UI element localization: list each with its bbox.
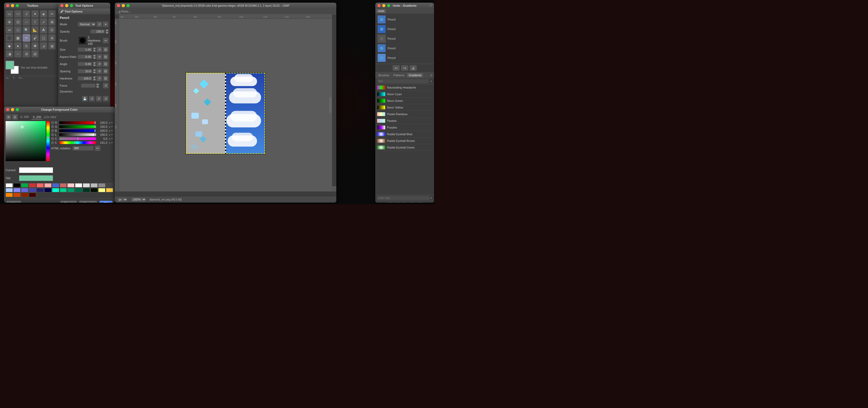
brush-preview[interactable] (78, 36, 87, 45)
gradient-item-5[interactable]: Pastels (375, 117, 434, 124)
size-up[interactable]: ▲ (93, 47, 96, 49)
minimize-btn-cd[interactable] (11, 108, 14, 111)
range-tab-0-255[interactable]: 0..255 (31, 115, 43, 120)
tool-preset-restore-btn[interactable]: ↺ (89, 96, 95, 102)
gradient-refresh-btn[interactable]: ↺ (416, 202, 423, 203)
swatch-cell-17[interactable] (29, 188, 36, 192)
hardness-input[interactable]: 100.0 (78, 76, 92, 80)
smudge-tool[interactable]: ~ (14, 50, 22, 58)
mode-select[interactable]: Normal Multiply Screen (78, 22, 96, 27)
swatch-cell-4[interactable] (37, 183, 44, 188)
swatch-cell-11[interactable] (91, 183, 98, 188)
fuzzy-select-tool[interactable]: ✦ (31, 10, 39, 18)
gradient-item-8[interactable]: Radial Eyeball Brown (375, 138, 434, 144)
force-reset-btn[interactable]: ↺ (103, 83, 108, 89)
swatch-cell-6[interactable] (52, 183, 59, 188)
tags-input[interactable] (377, 196, 430, 200)
force-down[interactable]: ▼ (96, 86, 99, 88)
swatch-cell-23[interactable] (75, 188, 82, 192)
h-slider[interactable] (59, 141, 96, 144)
minimize-btn-mw[interactable] (122, 4, 125, 7)
l-radio[interactable] (51, 133, 54, 136)
g-radio[interactable] (51, 125, 54, 128)
opacity-up[interactable]: ▲ (105, 29, 108, 31)
fg-select-tool[interactable]: ⊕ (6, 18, 13, 26)
swatch-cell-22[interactable] (67, 188, 74, 192)
ellipse-select-tool[interactable]: ⬭ (14, 10, 22, 18)
swatch-cell-18[interactable] (37, 188, 44, 192)
opacity-down[interactable]: ▼ (105, 31, 108, 34)
gradient-item-4[interactable]: Pastel Rainbow (375, 111, 434, 117)
expand-btn-up[interactable]: ⊞ (430, 4, 432, 7)
ar-reset-btn[interactable]: ↺ (96, 54, 102, 60)
expand-bpg-btn[interactable]: ⊞ (430, 74, 432, 76)
flip-tool[interactable]: ⇔ (6, 26, 13, 34)
swatch-cell-14[interactable] (6, 188, 13, 192)
tool-preset-save-btn[interactable]: 💾 (82, 96, 88, 102)
heal-tool[interactable]: ✚ (31, 42, 39, 49)
airbrush-tool[interactable]: ⊜ (48, 34, 56, 42)
angle-input[interactable]: 0.00 (78, 62, 92, 66)
swatch-cell-29[interactable] (13, 193, 21, 197)
spacing-link-btn[interactable]: ⛓ (103, 68, 108, 74)
settings-icon-btn[interactable]: ⚙ (6, 114, 11, 120)
spacing-input[interactable]: 10.0 (78, 69, 92, 73)
undo-tab[interactable]: Undo (376, 9, 386, 13)
spacing-up[interactable]: ▲ (93, 69, 96, 71)
undo-item-2[interactable]: Pencil (376, 34, 433, 43)
angle-up[interactable]: ▲ (93, 62, 96, 64)
old-swatch[interactable] (19, 175, 53, 181)
crop-tool[interactable]: ⊡ (14, 18, 22, 26)
swatch-cell-0[interactable] (6, 183, 13, 188)
brushes-tab[interactable]: Brushes (377, 73, 391, 77)
mode-extra-btn[interactable]: ▾ (103, 21, 108, 27)
r-arrow[interactable]: ▲▼ (108, 121, 113, 124)
ok-button[interactable]: OK (99, 201, 113, 203)
measure-tool[interactable]: 📐 (31, 26, 39, 34)
hardness-reset-btn[interactable]: ↺ (96, 75, 102, 81)
close-btn[interactable] (6, 4, 9, 7)
angle-link-btn[interactable]: ⛓ (103, 61, 108, 67)
reset-button[interactable]: Reset (60, 201, 77, 203)
current-swatch[interactable] (19, 167, 53, 173)
l-arrow[interactable]: ▲▼ (108, 133, 113, 136)
b-slider[interactable] (59, 129, 96, 132)
swatch-cell-13[interactable] (106, 183, 113, 188)
handle-transform-tool[interactable]: ⊞ (48, 18, 56, 26)
undo-item-1[interactable]: Pencil (376, 24, 433, 34)
close-btn-up[interactable] (377, 4, 381, 7)
lch-tab[interactable]: LCh (44, 115, 49, 119)
force-up[interactable]: ▲ (96, 83, 99, 86)
size-link-btn[interactable]: ⛓ (103, 47, 108, 53)
hardness-up[interactable]: ▲ (93, 76, 96, 78)
brush-edit-btn[interactable]: ✏ (103, 38, 108, 43)
gradient-script-btn[interactable]: 📝 (386, 202, 393, 203)
gradients-tab[interactable]: Gradients (407, 73, 423, 77)
undo-item-0[interactable]: Pencil (376, 15, 433, 24)
zoom-select[interactable]: 1000% 500% 200% 100% (131, 197, 146, 202)
b-arrow[interactable]: ▲▼ (108, 129, 113, 132)
minimize-btn-up[interactable] (382, 4, 385, 7)
undo-print-btn[interactable]: 🖨 (409, 65, 417, 71)
unified-transform-tool[interactable]: ⤢ (40, 18, 47, 26)
gradient-dup-btn[interactable]: ⧉ (401, 202, 408, 203)
minimize-btn-to[interactable] (65, 4, 68, 7)
swatch-cell-31[interactable] (29, 193, 36, 197)
gradient-item-3[interactable]: Neon Yellow (375, 104, 434, 111)
list-icon-btn[interactable]: ☰ (12, 114, 18, 120)
swatch-cell-27[interactable] (106, 188, 113, 192)
perspective-clone-tool[interactable]: ⊿ (40, 42, 47, 49)
swatch-cell-8[interactable] (67, 183, 74, 188)
rect-select-tool[interactable]: ▭ (6, 10, 13, 18)
tags-arrow[interactable]: ▼ (430, 197, 432, 200)
c-slider[interactable] (59, 137, 96, 140)
tool-preset-reset-btn[interactable]: ↺ (103, 96, 108, 102)
maximize-btn-cd[interactable] (16, 108, 19, 111)
vertical-scrollbar-thumb[interactable] (329, 97, 332, 113)
swatch-cell-16[interactable] (21, 188, 28, 192)
gegl-tool[interactable]: G (48, 26, 56, 34)
minimize-btn[interactable] (11, 4, 14, 7)
html-input[interactable]: ffffff (72, 146, 94, 151)
swatch-cell-26[interactable] (98, 188, 105, 192)
fill-tool[interactable]: ⬛ (6, 34, 13, 42)
